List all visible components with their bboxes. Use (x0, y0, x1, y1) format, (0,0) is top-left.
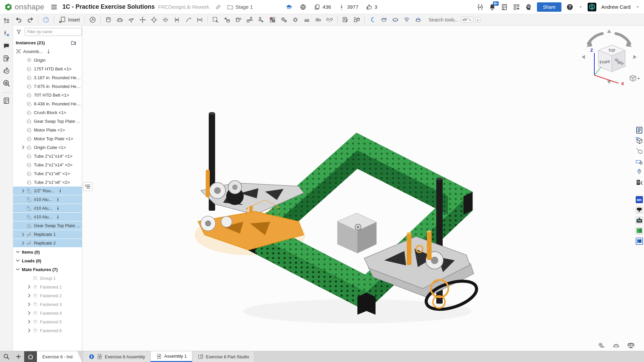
insert-button[interactable]: Insert (56, 15, 83, 24)
chev-r-icon[interactable] (20, 145, 26, 150)
belt-relation-icon[interactable] (313, 15, 323, 24)
filter-input[interactable] (24, 28, 82, 36)
tree-row[interactable]: Origin (13, 56, 82, 64)
chev-d-icon[interactable] (15, 249, 20, 255)
undo-icon[interactable] (14, 15, 24, 24)
chev-r-icon[interactable] (20, 232, 26, 237)
3d-viewport[interactable]: Top Front Right Z X MK (82, 25, 644, 351)
tree-row[interactable]: Group 1 (13, 274, 82, 282)
tree-row[interactable]: Origin Cube <1> (13, 143, 82, 152)
hamburger-menu-icon[interactable] (50, 3, 58, 11)
view-cube-body[interactable]: Top Front Right (598, 45, 625, 72)
measure-tape-icon[interactable] (598, 342, 605, 349)
mate-planar-icon[interactable] (126, 15, 136, 24)
tab-exercise-8-part-studio[interactable]: Exercise 8 Part Studio (192, 351, 255, 362)
user-name[interactable]: Andrew Card (601, 4, 631, 10)
chev-r-icon[interactable] (27, 319, 32, 324)
dots-trail-icon[interactable] (58, 188, 63, 194)
mate-fastened-icon[interactable] (103, 15, 113, 24)
chev-r-icon[interactable] (27, 328, 32, 333)
mate-connector-tool-icon[interactable] (233, 15, 243, 24)
animate-rotate-icon[interactable] (367, 15, 378, 24)
chev-r-icon[interactable] (27, 302, 32, 307)
mate-limit-icon[interactable] (195, 15, 205, 24)
clock-icon[interactable] (88, 15, 98, 24)
configurations-icon[interactable] (267, 15, 278, 24)
select-box-icon[interactable] (210, 15, 220, 24)
tilt-down-arrow[interactable] (607, 81, 611, 84)
mass-properties-icon[interactable] (627, 342, 635, 349)
search-tools[interactable]: Search tools...alt/⌥c (429, 17, 480, 22)
tree-row[interactable]: Motor Top Plate <1> (13, 134, 82, 143)
rotate-right-arrow[interactable] (616, 34, 630, 44)
assembly-3d-view[interactable] (82, 25, 644, 351)
comments-icon[interactable] (3, 42, 10, 50)
explore-icon[interactable] (3, 80, 10, 87)
mate-revolute-icon[interactable] (115, 15, 125, 24)
bom-edit-icon[interactable] (340, 15, 350, 24)
tree-row[interactable]: 3.187 in. Rounded Hex... (13, 73, 82, 82)
filter-funnel-icon[interactable] (16, 29, 22, 35)
origin-cube[interactable] (337, 213, 377, 253)
checklist-icon[interactable] (3, 97, 10, 104)
history-icon[interactable] (3, 67, 10, 74)
sketch-tool-icon[interactable] (635, 157, 643, 165)
education-icon[interactable] (286, 4, 292, 10)
link-icon[interactable] (215, 4, 221, 10)
add-folder-icon[interactable] (70, 40, 77, 46)
mate-width-icon[interactable] (172, 15, 182, 24)
user-caret-icon[interactable] (635, 5, 640, 9)
tab-search-button[interactable] (0, 351, 13, 362)
likes-icon[interactable]: 3 (366, 4, 377, 10)
tree-row[interactable]: Motor Plate <1> (13, 125, 82, 134)
tree-row[interactable]: Fastened 6 (13, 326, 82, 335)
mate-move-icon[interactable] (138, 15, 148, 24)
robot-app-icon[interactable] (635, 216, 643, 224)
tree-row[interactable]: Replicate 1 (13, 230, 82, 239)
tree-row[interactable]: #10 Alu... (13, 213, 82, 221)
chev-r-icon[interactable] (20, 241, 26, 246)
ai-assistant-icon[interactable] (525, 3, 532, 11)
tree-row[interactable]: Crush Block <1> (13, 108, 82, 117)
tree-row[interactable]: Tube 2"x1"x14" <2> (13, 160, 82, 169)
tree-row[interactable]: Gear Swap Top Plate ... (13, 221, 82, 230)
section-loads[interactable]: Loads (0) (13, 256, 82, 265)
tree-row[interactable]: 175T HTD Belt <1> (13, 64, 82, 73)
building-app-icon[interactable] (635, 178, 643, 186)
tab-exercise-8-assembly[interactable]: Exercise 8 Assembly (83, 351, 151, 362)
tree-row[interactable]: Fastened 3 (13, 300, 82, 309)
tree-row[interactable]: Tube 2"x1"x6" <2> (13, 178, 82, 187)
section-items[interactable]: Items (0) (13, 248, 82, 256)
dots-anchor-icon[interactable] (46, 48, 51, 54)
add-connector-icon[interactable] (3, 30, 10, 37)
redo-icon[interactable] (25, 15, 35, 24)
explode-line-icon[interactable] (390, 15, 400, 24)
rotate-left-arrow[interactable] (588, 34, 602, 44)
chev-r-icon[interactable] (27, 310, 32, 316)
snap-mode-icon[interactable] (325, 15, 335, 24)
connector-count-icon[interactable]: 3977 (338, 4, 358, 10)
pattern-tool-icon[interactable] (256, 15, 266, 24)
pan-right-arrow[interactable] (633, 55, 637, 59)
chev-d-icon[interactable] (15, 267, 20, 272)
tree-row[interactable]: #10 Alu... (13, 195, 82, 204)
dots-trail-icon[interactable] (55, 197, 60, 203)
named-position-icon[interactable] (222, 15, 232, 24)
tree-row[interactable]: Tube 2"x1"x14" <1> (13, 152, 82, 160)
tab-assembly-1[interactable]: Assembly 1 (151, 351, 192, 362)
rack-relation-icon[interactable] (290, 15, 300, 24)
tree-row[interactable]: 70T HTD Belt <1> (13, 91, 82, 99)
avatar[interactable] (588, 3, 596, 11)
section-mate-features[interactable]: Mate Features (7) (13, 265, 82, 274)
public-icon[interactable] (300, 4, 306, 10)
panel-toggle-button[interactable] (83, 182, 92, 191)
view-cube[interactable]: Top Front Right Z X (579, 28, 639, 86)
chev-r-icon[interactable] (27, 284, 32, 290)
blue-book-app-icon[interactable] (635, 237, 643, 245)
tree-row[interactable]: Fastened 5 (13, 317, 82, 326)
export-parts-icon[interactable] (352, 15, 362, 24)
derived-part-icon[interactable] (635, 147, 643, 155)
onshape-logo-icon[interactable] (4, 3, 13, 11)
configuration-panel-icon[interactable] (635, 137, 643, 145)
bom-panel-icon[interactable] (635, 126, 643, 134)
